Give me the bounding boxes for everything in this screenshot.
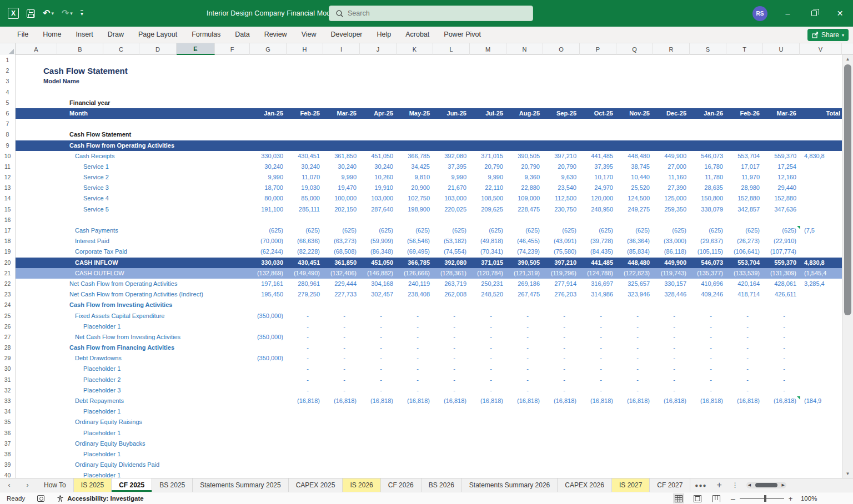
cell[interactable]: - xyxy=(543,342,580,353)
ribbon-tab-help[interactable]: Help xyxy=(370,27,399,43)
cell[interactable] xyxy=(726,439,763,449)
row-header-23[interactable]: 23 xyxy=(0,289,16,300)
cell[interactable]: - xyxy=(763,311,800,321)
cell-total[interactable] xyxy=(800,119,842,129)
cell[interactable] xyxy=(543,428,580,439)
sheet-tab-bs-2026[interactable]: BS 2026 xyxy=(422,478,462,492)
page-layout-view-icon[interactable] xyxy=(692,493,703,503)
cell[interactable]: 428,061 xyxy=(763,279,800,289)
cell[interactable] xyxy=(433,428,470,439)
cell[interactable]: - xyxy=(287,332,323,342)
cell[interactable]: 361,850 xyxy=(323,258,360,268)
cell[interactable]: 302,457 xyxy=(360,289,397,300)
cell[interactable]: - xyxy=(543,332,580,342)
cell[interactable]: - xyxy=(543,364,580,374)
cell[interactable]: - xyxy=(616,332,653,342)
cell[interactable]: - xyxy=(616,321,653,332)
cell[interactable] xyxy=(506,439,543,449)
cell[interactable]: (132,406) xyxy=(323,268,360,279)
row-header-31[interactable]: 31 xyxy=(0,375,16,385)
row-label[interactable]: Service 3 xyxy=(16,183,250,193)
cell[interactable]: 366,785 xyxy=(397,258,433,268)
cell[interactable]: (43,091) xyxy=(543,236,580,246)
cell[interactable] xyxy=(506,87,543,98)
cell[interactable]: 316,697 xyxy=(580,279,616,289)
cell[interactable]: 287,640 xyxy=(360,204,397,215)
cell-total[interactable] xyxy=(800,87,842,98)
cell[interactable] xyxy=(433,140,470,151)
row-label[interactable] xyxy=(16,55,250,65)
cell[interactable] xyxy=(287,215,323,225)
cell[interactable]: 21,670 xyxy=(433,183,470,193)
cell-total[interactable] xyxy=(800,364,842,374)
row-header-11[interactable]: 11 xyxy=(0,162,16,172)
cell[interactable]: 553,704 xyxy=(726,151,763,162)
cell[interactable] xyxy=(360,87,397,98)
cell[interactable]: (16,818) xyxy=(653,396,690,406)
cell[interactable]: (36,364) xyxy=(616,236,653,246)
cell[interactable]: - xyxy=(543,311,580,321)
cell[interactable]: - xyxy=(653,385,690,396)
cell[interactable] xyxy=(726,98,763,108)
cell[interactable]: - xyxy=(726,353,763,364)
cell[interactable]: 202,150 xyxy=(323,204,360,215)
cell[interactable] xyxy=(763,215,800,225)
row-header-25[interactable]: 25 xyxy=(0,311,16,321)
cell[interactable] xyxy=(543,98,580,108)
cell[interactable] xyxy=(250,87,287,98)
cell[interactable]: 238,408 xyxy=(397,289,433,300)
cell[interactable] xyxy=(470,428,506,439)
cell[interactable] xyxy=(360,300,397,310)
cell[interactable]: (26,273) xyxy=(726,236,763,246)
zoom-level[interactable]: 100% xyxy=(797,495,817,502)
cell[interactable]: 342,857 xyxy=(726,204,763,215)
cell[interactable] xyxy=(653,417,690,427)
cell[interactable]: Oct-25 xyxy=(580,108,616,119)
cell[interactable] xyxy=(250,439,287,449)
cell[interactable]: (350,000) xyxy=(250,353,287,364)
cell[interactable] xyxy=(433,470,470,478)
row-label[interactable]: Financial year xyxy=(16,98,250,108)
cell-total[interactable] xyxy=(800,129,842,140)
cell-total[interactable] xyxy=(800,162,842,172)
cell[interactable] xyxy=(250,342,287,353)
row-header-12[interactable]: 12 xyxy=(0,172,16,183)
row-header-19[interactable]: 19 xyxy=(0,246,16,257)
cell[interactable]: 230,750 xyxy=(543,204,580,215)
cell[interactable] xyxy=(323,55,360,65)
cell[interactable] xyxy=(543,76,580,87)
share-button[interactable]: Share ▾ xyxy=(807,29,849,41)
cell[interactable] xyxy=(323,470,360,478)
cell-total[interactable] xyxy=(800,172,842,183)
sheet-tab-is-2025[interactable]: IS 2025 xyxy=(74,478,112,492)
cell[interactable]: - xyxy=(287,353,323,364)
cell[interactable] xyxy=(506,417,543,427)
cell[interactable] xyxy=(543,129,580,140)
cell[interactable]: (132,869) xyxy=(250,268,287,279)
cell[interactable]: - xyxy=(506,311,543,321)
row-header-26[interactable]: 26 xyxy=(0,321,16,332)
cell[interactable] xyxy=(653,55,690,65)
cell[interactable]: - xyxy=(726,364,763,374)
cell[interactable]: - xyxy=(543,375,580,385)
cell[interactable]: 20,790 xyxy=(470,162,506,172)
cell[interactable] xyxy=(616,98,653,108)
cell[interactable]: - xyxy=(470,353,506,364)
cell[interactable]: (86,348) xyxy=(360,246,397,257)
row-label[interactable]: Debt Repayments xyxy=(16,396,250,406)
row-label[interactable]: Cash Payments xyxy=(16,225,250,236)
column-header-D[interactable]: D xyxy=(139,43,177,55)
cell[interactable] xyxy=(580,55,616,65)
cell[interactable]: - xyxy=(726,385,763,396)
cell[interactable] xyxy=(543,460,580,470)
cell[interactable]: 430,451 xyxy=(287,258,323,268)
cell[interactable] xyxy=(616,470,653,478)
cell-total[interactable]: (1,545,4 xyxy=(800,268,842,279)
cell[interactable]: (16,818) xyxy=(360,396,397,406)
cell[interactable]: - xyxy=(360,364,397,374)
cell[interactable]: 25,520 xyxy=(616,183,653,193)
cell[interactable] xyxy=(287,129,323,140)
cell[interactable] xyxy=(470,76,506,87)
cell[interactable] xyxy=(726,428,763,439)
cell[interactable]: 24,970 xyxy=(580,183,616,193)
